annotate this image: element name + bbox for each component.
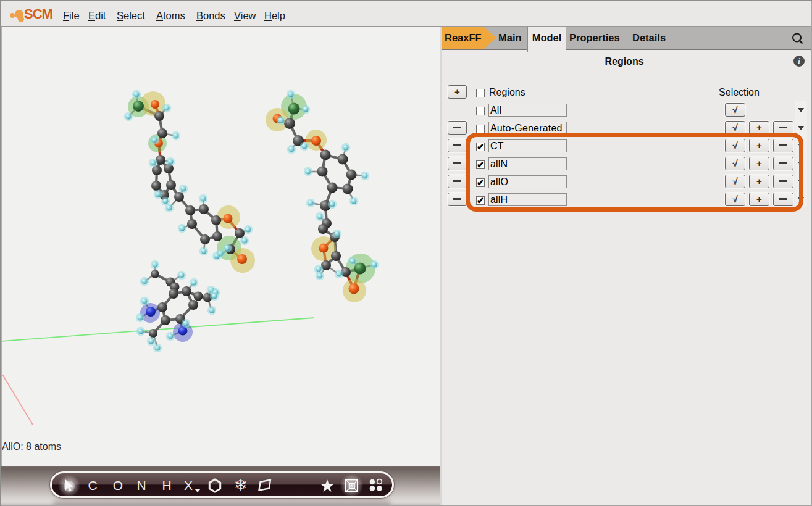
svg-text:X: X — [184, 478, 193, 492]
svg-text:N: N — [136, 478, 146, 492]
svg-text:C: C — [88, 478, 97, 492]
svg-text:❄: ❄ — [234, 476, 248, 494]
svg-text:O: O — [113, 478, 123, 492]
svg-text:H: H — [162, 478, 171, 492]
